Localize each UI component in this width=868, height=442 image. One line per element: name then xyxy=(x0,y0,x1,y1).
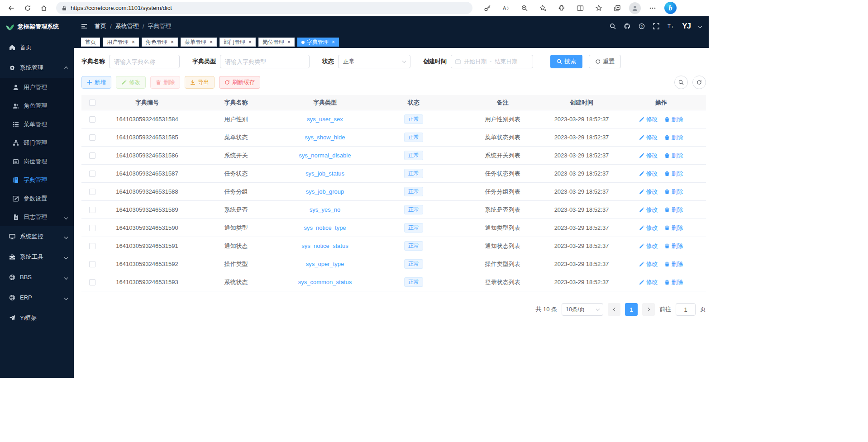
sidebar-item-parameter-settings[interactable]: 参数设置 xyxy=(0,189,74,208)
dict-type-link[interactable]: sys_job_group xyxy=(306,188,344,195)
delete-row-button[interactable]: 删除 xyxy=(664,115,683,124)
dict-name-input[interactable] xyxy=(109,55,180,68)
dict-type-input[interactable] xyxy=(220,55,310,68)
split-screen-icon[interactable] xyxy=(573,1,587,15)
dict-type-link[interactable]: sys_normal_disable xyxy=(299,152,351,159)
sidebar-item-system-monitor[interactable]: 系统监控 xyxy=(0,226,74,247)
row-checkbox[interactable] xyxy=(89,243,95,249)
sidebar-item-department-management[interactable]: 部门管理 xyxy=(0,133,74,152)
search-icon[interactable] xyxy=(610,23,616,29)
edit-button[interactable]: 修改 xyxy=(116,76,146,89)
status-select[interactable]: 正常 xyxy=(338,55,410,68)
page-size-select[interactable]: 10条/页 xyxy=(562,303,603,316)
search-button[interactable]: 搜索 xyxy=(550,55,582,68)
dict-type-link[interactable]: sys_job_status xyxy=(305,170,344,177)
edit-row-button[interactable]: 修改 xyxy=(639,133,658,142)
delete-row-button[interactable]: 删除 xyxy=(664,133,683,142)
next-page-button[interactable] xyxy=(642,303,655,316)
sidebar-item-yi-framework[interactable]: Yi框架 xyxy=(0,308,74,328)
dict-type-link[interactable]: sys_yes_no xyxy=(310,206,341,213)
dict-type-link[interactable]: sys_notice_type xyxy=(304,224,346,231)
tab-close-icon[interactable]: × xyxy=(248,39,252,45)
profile-avatar[interactable] xyxy=(629,2,641,14)
collapse-sidebar-button[interactable] xyxy=(81,23,87,29)
address-bar[interactable]: https://ccnetcore.com:1101/system/dict xyxy=(56,2,472,14)
edit-row-button[interactable]: 修改 xyxy=(639,278,658,286)
edit-row-button[interactable]: 修改 xyxy=(639,152,658,160)
delete-row-button[interactable]: 删除 xyxy=(664,152,683,160)
password-key-icon[interactable] xyxy=(481,1,494,15)
edit-row-button[interactable]: 修改 xyxy=(639,260,658,268)
tab[interactable]: 菜单管理 × xyxy=(181,38,217,47)
dict-type-link[interactable]: sys_oper_type xyxy=(306,261,344,267)
tab-close-icon[interactable]: × xyxy=(287,39,291,45)
copilot-icon[interactable]: b xyxy=(664,2,677,14)
select-all-checkbox[interactable] xyxy=(89,100,95,106)
breadcrumb-home[interactable]: 首页 xyxy=(95,22,106,30)
row-checkbox[interactable] xyxy=(89,116,95,123)
row-checkbox[interactable] xyxy=(89,134,95,141)
more-menu-icon[interactable] xyxy=(646,1,659,15)
dict-type-link[interactable]: sys_notice_status xyxy=(301,242,348,249)
edit-row-button[interactable]: 修改 xyxy=(639,206,658,214)
delete-row-button[interactable]: 删除 xyxy=(664,188,683,196)
tab[interactable]: 部门管理 × xyxy=(219,38,256,47)
breadcrumb-system[interactable]: 系统管理 xyxy=(115,22,139,30)
fullscreen-icon[interactable] xyxy=(653,23,659,29)
tab[interactable]: 角色管理 × xyxy=(142,38,178,47)
dict-type-link[interactable]: sys_user_sex xyxy=(307,116,343,123)
sidebar-item-role-management[interactable]: 角色管理 xyxy=(0,96,74,115)
row-checkbox[interactable] xyxy=(89,152,95,159)
extensions-icon[interactable] xyxy=(555,1,568,15)
delete-row-button[interactable]: 删除 xyxy=(664,278,683,286)
sidebar-item-user-management[interactable]: 用户管理 xyxy=(0,78,74,96)
home-button[interactable] xyxy=(37,1,51,15)
collections-icon[interactable] xyxy=(610,1,624,15)
edit-row-button[interactable]: 修改 xyxy=(639,188,658,196)
tab-close-icon[interactable]: × xyxy=(171,39,174,45)
row-checkbox[interactable] xyxy=(89,207,95,213)
toggle-search-button[interactable] xyxy=(674,76,688,89)
delete-row-button[interactable]: 删除 xyxy=(664,260,683,268)
export-button[interactable]: 导出 xyxy=(185,76,215,89)
tab[interactable]: 首页 xyxy=(81,38,100,47)
row-checkbox[interactable] xyxy=(89,171,95,177)
tab-close-icon[interactable]: × xyxy=(332,39,335,45)
row-checkbox[interactable] xyxy=(89,189,95,195)
refresh-cache-button[interactable]: 刷新缓存 xyxy=(219,76,260,89)
dict-type-link[interactable]: sys_show_hide xyxy=(305,134,345,141)
date-range-picker[interactable]: 开始日期 - 结束日期 xyxy=(451,55,533,68)
sidebar-item-home[interactable]: 首页 xyxy=(0,37,74,57)
sidebar-item-erp[interactable]: ERP xyxy=(0,287,74,308)
favorites-icon[interactable] xyxy=(592,1,606,15)
goto-page-input[interactable] xyxy=(676,303,696,316)
sidebar-item-post-management[interactable]: 岗位管理 xyxy=(0,152,74,171)
tab-close-icon[interactable]: × xyxy=(132,39,135,45)
user-avatar[interactable]: YJ xyxy=(682,22,691,31)
chevron-down-icon[interactable] xyxy=(699,25,701,28)
edit-row-button[interactable]: 修改 xyxy=(639,115,658,124)
row-checkbox[interactable] xyxy=(89,225,95,231)
dict-type-link[interactable]: sys_common_status xyxy=(298,279,352,285)
prev-page-button[interactable] xyxy=(608,303,620,316)
add-button[interactable]: 新增 xyxy=(81,76,111,89)
add-favorite-icon[interactable] xyxy=(536,1,550,15)
edit-row-button[interactable]: 修改 xyxy=(639,170,658,178)
sidebar-item-system-management[interactable]: 系统管理 xyxy=(0,57,74,78)
delete-row-button[interactable]: 删除 xyxy=(664,206,683,214)
delete-row-button[interactable]: 删除 xyxy=(664,242,683,250)
refresh-table-button[interactable] xyxy=(692,76,706,89)
app-logo[interactable]: 意框架管理系统 xyxy=(0,16,74,37)
delete-button[interactable]: 删除 xyxy=(150,76,180,89)
tab[interactable]: 岗位管理 × xyxy=(258,38,295,47)
row-checkbox[interactable] xyxy=(89,261,95,267)
sidebar-item-bbs[interactable]: BBS xyxy=(0,267,74,287)
sidebar-item-menu-management[interactable]: 菜单管理 xyxy=(0,115,74,133)
tab[interactable]: 字典管理 × xyxy=(297,38,339,47)
edit-row-button[interactable]: 修改 xyxy=(639,224,658,232)
help-icon[interactable]: ? xyxy=(639,23,645,29)
read-aloud-icon[interactable]: A xyxy=(499,1,513,15)
back-button[interactable] xyxy=(5,1,18,15)
zoom-out-icon[interactable] xyxy=(518,1,531,15)
refresh-button[interactable] xyxy=(21,1,34,15)
